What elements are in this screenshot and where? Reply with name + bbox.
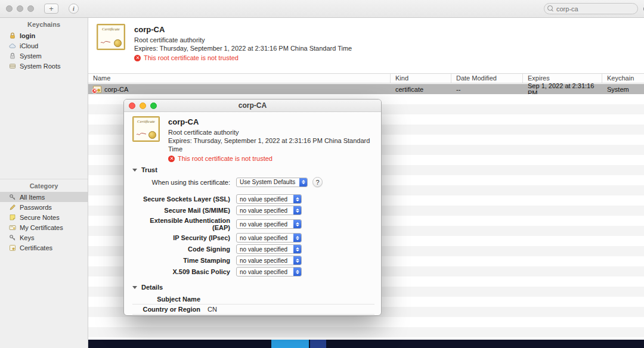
- policy-value: no value specified: [237, 269, 293, 275]
- keychain-access-window: + i Keychains login iCloud System: [0, 0, 644, 348]
- column-header-name[interactable]: Name: [88, 74, 391, 83]
- policy-value: no value specified: [237, 221, 293, 228]
- disclosure-triangle-icon: [132, 169, 137, 172]
- policy-dropdown-eap[interactable]: no value specified: [236, 219, 302, 229]
- sidebar-item-label: iCloud: [20, 42, 38, 49]
- details-section-label: Details: [141, 284, 163, 291]
- stepper-icon: [293, 234, 301, 242]
- sidebar-item-label: All Items: [20, 194, 45, 201]
- policy-label-time-stamping: Time Stamping: [132, 257, 230, 264]
- row-date-modified: --: [456, 86, 460, 93]
- trust-section-toggle[interactable]: Trust: [132, 166, 373, 173]
- sidebar: Keychains login iCloud System System Roo…: [0, 18, 88, 348]
- certificate-kind: Root certificate authority: [134, 36, 352, 44]
- info-button[interactable]: i: [69, 4, 79, 14]
- certificate-expiry: Expires: Thursday, September 1, 2022 at …: [134, 44, 352, 52]
- sidebar-item-label: login: [20, 32, 35, 39]
- collection-icon: [9, 63, 16, 70]
- policy-label-smime: Secure Mail (S/MIME): [132, 207, 230, 214]
- key-icon: [9, 234, 16, 241]
- dialog-certificate-summary: Certificate corp-CA Root certificate aut…: [132, 116, 373, 162]
- stepper-icon: [293, 268, 301, 276]
- policy-label-eap: Extensible Authentication (EAP): [132, 217, 230, 231]
- sidebar-item-system[interactable]: System: [0, 51, 88, 61]
- seal-icon: [148, 131, 156, 139]
- certificate-dialog: corp-CA Certificate corp-CA Root certifi…: [123, 99, 382, 316]
- note-icon: [9, 214, 16, 221]
- certificate-icon: Certificate: [132, 116, 160, 142]
- search-icon: [547, 5, 554, 12]
- policy-value: no value specified: [237, 257, 293, 264]
- certificate-icon: [9, 244, 16, 251]
- trust-section-label: Trust: [141, 166, 157, 173]
- sidebar-item-certificates[interactable]: Certificates: [0, 243, 88, 253]
- sidebar-spacer: [0, 71, 88, 179]
- card-icon: [9, 224, 16, 231]
- sidebar-item-passwords[interactable]: Passwords: [0, 202, 88, 212]
- trust-warning: This root certificate is not trusted: [144, 54, 239, 61]
- stepper-icon: [293, 256, 301, 265]
- policy-label-ssl: Secure Sockets Layer (SSL): [132, 195, 230, 203]
- stepper-icon: [293, 245, 301, 253]
- sidebar-item-all-items[interactable]: All Items: [0, 192, 88, 202]
- certificate-name: corp-CA: [168, 117, 373, 126]
- policy-dropdown-code-signing[interactable]: no value specified: [236, 244, 302, 254]
- error-icon: [134, 55, 141, 61]
- taskbar-item[interactable]: [310, 340, 326, 348]
- certificate-icon: Certificate: [97, 24, 125, 50]
- zoom-window-button[interactable]: [27, 5, 34, 12]
- table-row[interactable]: corp-CA certificate -- Sep 1, 2022 at 2:…: [88, 84, 644, 94]
- keychains-header: Keychains: [0, 18, 88, 30]
- details-section-toggle[interactable]: Details: [132, 284, 373, 291]
- dialog-title: corp-CA: [124, 101, 381, 110]
- sidebar-item-my-certificates[interactable]: My Certificates: [0, 222, 88, 232]
- error-icon: [168, 156, 175, 162]
- certificate-untrusted-icon: [93, 86, 101, 93]
- close-window-button[interactable]: [6, 5, 13, 12]
- column-header-kind[interactable]: Kind: [391, 74, 451, 83]
- policy-dropdown-time-stamping[interactable]: no value specified: [236, 256, 302, 265]
- subject-name-header: Subject Name: [132, 296, 200, 303]
- sidebar-item-label: Secure Notes: [20, 214, 60, 221]
- policy-label-x509: X.509 Basic Policy: [132, 268, 230, 275]
- help-button[interactable]: ?: [312, 177, 323, 187]
- key-icon: [9, 194, 16, 201]
- category-header: Category: [0, 179, 88, 192]
- sidebar-item-label: System Roots: [20, 63, 60, 70]
- pencil-icon: [9, 204, 16, 211]
- dialog-titlebar[interactable]: corp-CA: [124, 100, 381, 112]
- sidebar-item-label: System: [20, 52, 42, 60]
- stepper-icon: [293, 220, 301, 228]
- sidebar-item-system-roots[interactable]: System Roots: [0, 61, 88, 71]
- add-item-button[interactable]: +: [44, 4, 58, 14]
- column-header-keychain[interactable]: Keychain: [602, 74, 644, 83]
- policy-value: no value specified: [237, 246, 293, 253]
- sidebar-item-icloud[interactable]: iCloud: [0, 41, 88, 51]
- sidebar-item-secure-notes[interactable]: Secure Notes: [0, 212, 88, 222]
- column-header-date-modified[interactable]: Date Modified: [451, 74, 523, 83]
- details-block: Subject Name Country or Region CN Common…: [132, 294, 374, 316]
- country-value: CN: [208, 306, 217, 313]
- policy-dropdown-ssl[interactable]: no value specified: [236, 194, 302, 204]
- minimize-window-button[interactable]: [17, 5, 23, 12]
- search-field[interactable]: [544, 3, 638, 14]
- sidebar-item-keys[interactable]: Keys: [0, 232, 88, 243]
- when-using-dropdown[interactable]: Use System Defaults: [236, 178, 308, 187]
- policy-value: no value specified: [237, 196, 293, 203]
- policy-dropdown-x509[interactable]: no value specified: [236, 267, 302, 276]
- stepper-icon: [293, 195, 301, 203]
- window-toolbar: + i: [0, 0, 644, 18]
- sidebar-item-label: Passwords: [20, 204, 52, 211]
- when-using-value: Use System Defaults: [237, 179, 299, 185]
- certificate-summary-header: Certificate corp-CA Root certificate aut…: [88, 18, 644, 73]
- policy-dropdown-smime[interactable]: no value specified: [236, 206, 302, 215]
- sidebar-item-login[interactable]: login: [0, 30, 88, 41]
- policy-dropdown-ipsec[interactable]: no value specified: [236, 233, 302, 243]
- host-taskbar: [88, 340, 644, 348]
- row-kind: certificate: [395, 86, 423, 93]
- stepper-icon: [299, 178, 307, 187]
- window-controls: [6, 5, 34, 12]
- taskbar-active-item[interactable]: [271, 340, 309, 348]
- search-input[interactable]: [556, 5, 641, 13]
- certificate-name: corp-CA: [134, 25, 352, 34]
